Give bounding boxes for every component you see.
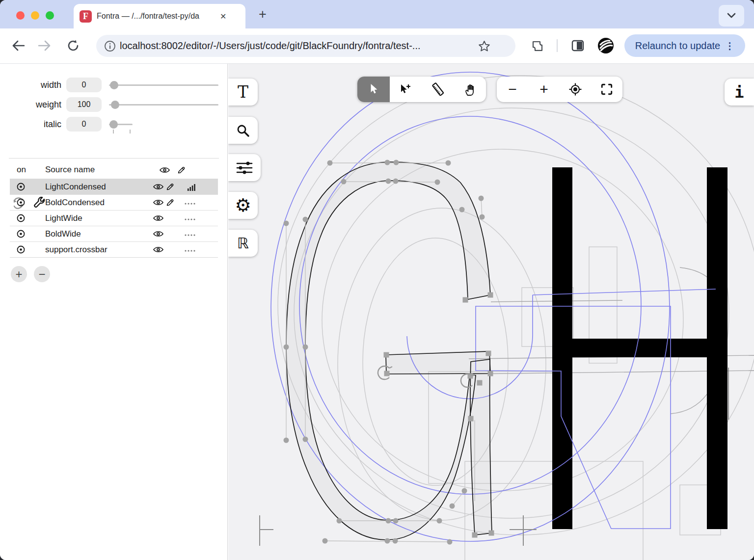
zoom-out-button[interactable]: −	[497, 77, 528, 102]
source-row[interactable]: LightWide	[10, 211, 218, 226]
pointer-add-tool-button[interactable]	[390, 77, 422, 102]
sliders-icon	[236, 161, 253, 175]
forward-button[interactable]	[35, 36, 54, 55]
back-button[interactable]	[9, 36, 27, 55]
source-name[interactable]: LightCondensed	[45, 182, 153, 192]
source-name[interactable]: LightWide	[45, 213, 153, 223]
axis-label: weight	[0, 100, 61, 110]
eye-column-icon	[160, 166, 172, 174]
source-visibility-eye-icon[interactable]	[153, 183, 166, 190]
glyph-canvas-drawing[interactable]	[228, 64, 754, 560]
side-panel-icon	[571, 40, 584, 52]
axis-row-width: width 0	[0, 78, 218, 92]
traffic-close-button[interactable]	[16, 11, 25, 20]
info-icon: i	[734, 83, 744, 102]
traffic-maximize-button[interactable]	[46, 11, 54, 20]
hand-icon	[463, 82, 476, 96]
zoom-fit-button[interactable]	[591, 77, 622, 102]
forward-arrow-icon	[38, 40, 51, 51]
bookmark-star-icon[interactable]	[478, 40, 490, 52]
axis-row-weight: weight 100	[0, 97, 218, 112]
chevron-down-icon	[727, 13, 736, 19]
zoom-in-button[interactable]: +	[528, 77, 560, 102]
reload-icon	[67, 39, 80, 52]
toolbar-divider	[557, 39, 558, 52]
source-name[interactable]: support.crossbar	[45, 245, 153, 255]
edit-tools-toolbar	[357, 77, 486, 102]
gear-icon: ⚙	[235, 196, 251, 214]
axis-slider-width[interactable]	[109, 80, 218, 89]
tab-strip: F Fontra — /.../fontra/test-py/da ✕ +	[0, 0, 754, 28]
profile-avatar[interactable]	[596, 36, 615, 55]
source-on-radio[interactable]	[17, 230, 26, 238]
source-name[interactable]: BoldCondensed	[45, 198, 153, 208]
browser-tab[interactable]: F Fontra — /.../fontra/test-py/da ✕	[74, 4, 245, 28]
add-source-button[interactable]: +	[11, 266, 27, 282]
extensions-puzzle-icon	[531, 39, 544, 52]
source-visibility-eye-icon[interactable]	[153, 199, 166, 206]
relaunch-label: Relaunch to update	[635, 40, 720, 52]
traffic-minimize-button[interactable]	[31, 11, 39, 20]
ruler-icon	[431, 82, 445, 97]
hand-tool-button[interactable]	[454, 77, 486, 102]
remove-source-button[interactable]: −	[34, 266, 50, 282]
source-status-icon	[181, 248, 195, 252]
source-name[interactable]: BoldWide	[45, 229, 153, 239]
text-tool-icon: T	[238, 82, 248, 102]
axis-value-weight[interactable]: 100	[66, 97, 102, 112]
glyph-editor-canvas[interactable]: T ⚙ ℝ	[228, 64, 754, 560]
browser-menu-icon[interactable]: ⋮	[725, 40, 734, 52]
tab-glyph-info[interactable]: i	[725, 79, 754, 106]
source-visibility-eye-icon[interactable]	[153, 214, 166, 222]
sidebar-divider	[9, 158, 219, 159]
source-row[interactable]: support.crossbar	[10, 242, 218, 257]
tab-designspace-navigation[interactable]	[228, 154, 261, 181]
site-info-icon[interactable]	[104, 40, 116, 52]
tab-search-chevron-button[interactable]	[719, 5, 744, 27]
side-panel-button[interactable]	[568, 36, 587, 55]
fontra-favicon-icon: F	[80, 10, 92, 23]
pointer-tool-button[interactable]	[357, 77, 390, 102]
tab-close-icon[interactable]: ✕	[220, 12, 226, 21]
source-edit-pencil-icon[interactable]	[166, 198, 181, 207]
target-icon	[568, 82, 582, 96]
url-text[interactable]: localhost:8002/editor/-/Users/just/code/…	[120, 40, 478, 52]
tab-settings[interactable]: ⚙	[228, 192, 258, 219]
browser-toolbar: localhost:8002/editor/-/Users/just/code/…	[0, 28, 754, 64]
reference-font-icon: ℝ	[237, 235, 249, 252]
tab-title: Fontra — /.../fontra/test-py/da	[97, 12, 217, 21]
source-row[interactable]: LightCondensed	[10, 179, 218, 195]
axis-value-italic[interactable]: 0	[66, 117, 102, 132]
new-tab-button[interactable]: +	[259, 7, 267, 22]
url-bar[interactable]: localhost:8002/editor/-/Users/just/code/…	[96, 35, 515, 57]
source-on-radio[interactable]	[17, 183, 26, 191]
tab-glyph-search[interactable]	[228, 117, 258, 144]
source-visibility-eye-icon[interactable]	[153, 230, 166, 238]
zoom-in-icon: +	[539, 81, 548, 98]
tab-reference-font[interactable]: ℝ	[228, 230, 258, 257]
sources-header: on Source name	[10, 162, 218, 178]
source-row[interactable]: BoldCondensed	[10, 195, 218, 211]
relaunch-to-update-button[interactable]: Relaunch to update ⋮	[624, 34, 745, 57]
axis-row-italic: italic 0	[0, 117, 134, 132]
sources-name-column: Source name	[45, 165, 160, 175]
ruler-tool-button[interactable]	[422, 77, 454, 102]
axis-slider-italic[interactable]	[109, 120, 134, 129]
source-row[interactable]: BoldWide	[10, 226, 218, 242]
search-icon	[236, 124, 250, 137]
zoom-to-selection-button[interactable]	[560, 77, 591, 102]
source-edit-pencil-icon[interactable]	[166, 183, 181, 191]
axis-slider-weight[interactable]	[109, 100, 218, 109]
extensions-button[interactable]	[528, 36, 547, 55]
back-arrow-icon	[12, 40, 25, 51]
source-on-radio[interactable]	[17, 245, 26, 254]
source-on-radio[interactable]	[17, 214, 26, 222]
source-status-icon	[181, 201, 195, 205]
reload-button[interactable]	[64, 36, 82, 55]
axis-value-width[interactable]: 0	[66, 78, 102, 92]
source-visibility-eye-icon[interactable]	[153, 246, 166, 253]
source-on-radio[interactable]	[17, 198, 26, 207]
sources-on-column: on	[17, 165, 45, 175]
browser-window: F Fontra — /.../fontra/test-py/da ✕ + lo…	[0, 0, 754, 560]
tab-text-tool[interactable]: T	[228, 79, 258, 106]
